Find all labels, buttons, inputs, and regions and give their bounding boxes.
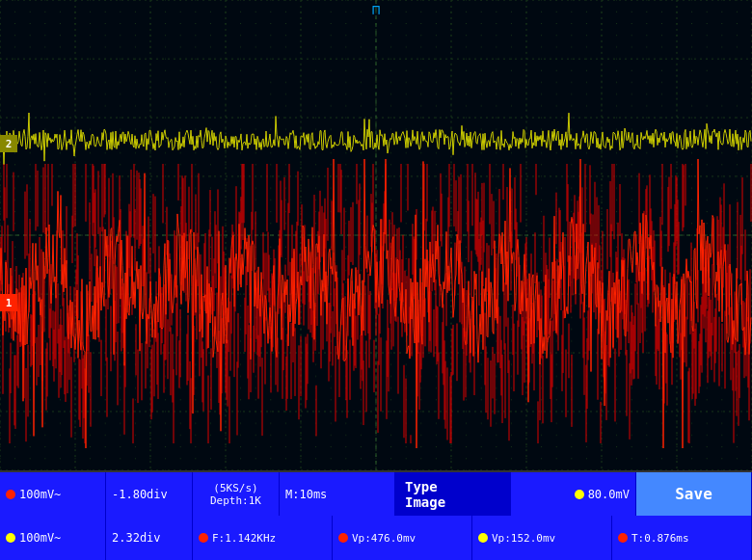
- sample-cell: (5KS/s) Depth:1K: [193, 472, 280, 516]
- image-label: Image: [405, 494, 445, 510]
- ch1-offset-value: -1.80div: [112, 488, 168, 501]
- ch2-indicator: [6, 533, 15, 543]
- period-ch1-dot: [618, 533, 628, 543]
- ch2-right-cell: 80.0mV: [521, 472, 636, 516]
- ch1-offset-cell: -1.80div: [106, 472, 193, 516]
- channel1-marker: 1: [0, 294, 17, 311]
- ch1-indicator: [6, 490, 15, 499]
- ch2-vdiv-value: 100mV~: [19, 531, 61, 545]
- vp2-value: Vp:152.0mv: [492, 532, 555, 545]
- type-label: Type: [405, 479, 438, 494]
- timebase-cell: M:10ms: [280, 472, 395, 516]
- timebase-value: M:10ms: [285, 488, 327, 501]
- ch2-offset-value: 2.32div: [112, 531, 161, 545]
- frequency-value: F:1.142KHz: [212, 532, 276, 545]
- frequency-cell: F:1.142KHz: [193, 516, 333, 560]
- ch1-vdiv-cell: 100mV~: [0, 472, 106, 516]
- status-bar: 100mV~ -1.80div (5KS/s) Depth:1K M:10ms …: [0, 472, 752, 560]
- save-label: Save: [675, 485, 712, 503]
- period-value: T:0.876ms: [631, 532, 689, 545]
- freq-ch1-dot: [199, 533, 208, 543]
- vp1-cell: Vp:476.0mv: [333, 516, 472, 560]
- trigger-marker: ⊓: [372, 2, 380, 17]
- vp1-ch1-dot: [338, 533, 348, 543]
- ch2-right-value: 80.0mV: [588, 488, 630, 501]
- vp1-value: Vp:476.0mv: [352, 532, 416, 545]
- vp2-cell: Vp:152.0mv: [472, 516, 612, 560]
- status-top-row: 100mV~ -1.80div (5KS/s) Depth:1K M:10ms …: [0, 472, 752, 516]
- ch2-offset-cell: 2.32div: [106, 516, 193, 560]
- save-button[interactable]: Save: [636, 472, 752, 516]
- period-cell: T:0.876ms: [612, 516, 752, 560]
- ch1-vdiv-value: 100mV~: [19, 488, 61, 501]
- oscilloscope-screen: ⊓ 1 2: [0, 0, 752, 472]
- sample-rate: (5KS/s): [213, 482, 257, 494]
- status-bottom-row: 100mV~ 2.32div F:1.142KHz Vp:476.0mv Vp:…: [0, 516, 752, 560]
- ch2-vdiv-cell: 100mV~: [0, 516, 106, 560]
- vp2-ch2-dot: [478, 533, 488, 543]
- channel2-marker: 2: [0, 135, 17, 152]
- ch2-right-indicator: [575, 490, 584, 499]
- type-image-cell[interactable]: Type Image: [395, 472, 511, 516]
- waveform-canvas: [0, 0, 752, 472]
- sample-depth: Depth:1K: [210, 494, 261, 507]
